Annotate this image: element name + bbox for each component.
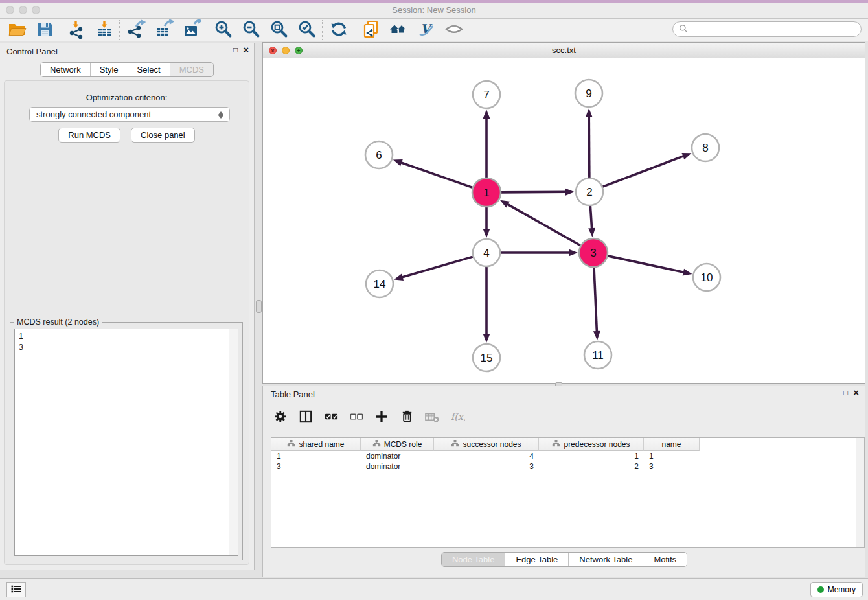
tab-motifs[interactable]: Motifs: [643, 553, 687, 566]
tab-style[interactable]: Style: [91, 63, 128, 76]
edge-2-9[interactable]: [589, 116, 589, 178]
tab-edge-table[interactable]: Edge Table: [505, 553, 569, 566]
edge-3-1[interactable]: [507, 204, 580, 246]
node-label: 1: [483, 187, 489, 199]
result-scrollbar[interactable]: [229, 329, 238, 555]
network-list-button[interactable]: [6, 582, 26, 597]
column-gear-button[interactable]: [272, 409, 289, 426]
edge-arrow-icon: [394, 273, 404, 281]
graph-node-9[interactable]: 9: [575, 80, 602, 107]
optimization-select[interactable]: strongly connected component: [29, 107, 230, 122]
network-canvas[interactable]: 7968124314101511: [263, 58, 865, 383]
graph-node-10[interactable]: 10: [693, 264, 720, 291]
edge-2-3[interactable]: [590, 206, 591, 229]
zoom-selected-button[interactable]: [293, 19, 321, 40]
cell-shared-name[interactable]: 1: [271, 451, 361, 461]
network-titlebar[interactable]: x – + scc.txt: [263, 43, 865, 59]
vertical-splitter[interactable]: [255, 43, 262, 570]
edge-3-11[interactable]: [594, 268, 597, 332]
close-panel-icon[interactable]: ×: [853, 389, 859, 397]
column-header-predecessor-nodes[interactable]: predecessor nodes: [539, 438, 644, 451]
cell-MCDS-role[interactable]: dominator: [361, 461, 434, 472]
open-session-button[interactable]: [3, 19, 30, 40]
control-panel-tabs: NetworkStyleSelectMCDS: [0, 62, 254, 77]
close-panel-icon[interactable]: ×: [243, 46, 249, 54]
table-row[interactable]: 1dominator411: [271, 451, 700, 461]
tab-node-table[interactable]: Node Table: [442, 553, 506, 566]
zoom-out-button[interactable]: [237, 19, 265, 40]
graph-node-4[interactable]: 4: [473, 239, 500, 266]
zoom-in-button[interactable]: [209, 19, 237, 40]
optimization-select-value: strongly connected component: [36, 110, 151, 119]
delete-table-icon: [424, 409, 440, 426]
deselect-all-icon: [348, 409, 364, 426]
export-table-button[interactable]: [150, 19, 177, 40]
float-panel-icon[interactable]: □: [233, 46, 238, 54]
graph-node-11[interactable]: 11: [584, 341, 611, 369]
panel-columns-button[interactable]: [297, 409, 314, 426]
search-box[interactable]: [672, 21, 862, 37]
export-image-button[interactable]: [177, 19, 205, 40]
cell-predecessor-nodes[interactable]: 1: [539, 451, 644, 461]
search-input[interactable]: [691, 24, 856, 34]
edge-3-10[interactable]: [608, 256, 684, 273]
graph-node-6[interactable]: 6: [365, 141, 393, 168]
select-stepper-icon: [216, 110, 225, 120]
cell-successor-nodes[interactable]: 4: [434, 451, 539, 461]
graph-node-2[interactable]: 2: [576, 178, 603, 205]
graph-node-3[interactable]: 3: [579, 238, 608, 267]
mcds-result-textarea[interactable]: 1 3: [14, 329, 238, 556]
add-row-button[interactable]: [373, 409, 390, 426]
tab-network-table[interactable]: Network Table: [569, 553, 643, 566]
column-header-MCDS-role[interactable]: MCDS role: [361, 438, 434, 451]
delete-row-button[interactable]: [398, 409, 415, 426]
tab-mcds[interactable]: MCDS: [170, 63, 213, 76]
column-header-successor-nodes[interactable]: successor nodes: [434, 438, 539, 451]
edge-1-6[interactable]: [400, 163, 472, 188]
table-panel: Table Panel □ × f(x) shared nameMCDS rol…: [262, 386, 865, 577]
column-header-name[interactable]: name: [644, 438, 700, 451]
column-header-shared-name[interactable]: shared name: [271, 438, 361, 451]
table-scrollbar[interactable]: [856, 438, 864, 547]
show-hide-details-button[interactable]: [440, 19, 468, 40]
table-row[interactable]: 3dominator323: [271, 461, 700, 472]
cell-name[interactable]: 1: [644, 451, 700, 461]
tab-network[interactable]: Network: [41, 63, 91, 76]
cell-shared-name[interactable]: 3: [271, 461, 361, 472]
home-button[interactable]: [384, 19, 412, 40]
graph-node-15[interactable]: 15: [473, 344, 500, 371]
import-table-button[interactable]: [90, 19, 118, 40]
toolbar-separator: [119, 20, 120, 40]
deselect-all-button[interactable]: [348, 409, 365, 426]
graph-node-7[interactable]: 7: [473, 81, 500, 108]
graph-node-8[interactable]: 8: [692, 134, 719, 161]
close-panel-button[interactable]: Close panel: [131, 128, 195, 143]
vizmapper-button[interactable]: V: [412, 19, 440, 40]
select-all-button[interactable]: [323, 409, 339, 426]
network-view-window: x – + scc.txt 7968124314101511: [262, 42, 865, 384]
graph-node-1[interactable]: 1: [472, 178, 501, 207]
save-session-button[interactable]: [30, 19, 58, 40]
cell-successor-nodes[interactable]: 3: [434, 461, 539, 472]
cell-name[interactable]: 3: [644, 461, 700, 472]
cell-predecessor-nodes[interactable]: 2: [539, 461, 644, 472]
splitter-handle[interactable]: [256, 300, 262, 313]
edge-arrow-icon: [681, 153, 691, 159]
memory-status-icon: [817, 586, 824, 593]
edge-2-8[interactable]: [603, 156, 685, 187]
zoom-fit-button[interactable]: [265, 19, 293, 40]
tab-select[interactable]: Select: [128, 63, 170, 76]
copy-network-view-button[interactable]: [356, 19, 384, 40]
export-network-button[interactable]: [122, 19, 150, 40]
run-mcds-button[interactable]: Run MCDS: [58, 128, 120, 143]
edge-4-14[interactable]: [402, 257, 473, 277]
apply-layout-button[interactable]: [325, 19, 352, 40]
panel-columns-icon: [298, 409, 314, 426]
import-network-button[interactable]: [62, 19, 90, 40]
cell-MCDS-role[interactable]: dominator: [361, 451, 434, 461]
memory-button[interactable]: Memory: [810, 582, 863, 597]
float-panel-icon[interactable]: □: [843, 389, 848, 397]
list-icon: [9, 582, 23, 598]
edge-1-2[interactable]: [501, 192, 567, 192]
graph-node-14[interactable]: 14: [366, 270, 393, 297]
